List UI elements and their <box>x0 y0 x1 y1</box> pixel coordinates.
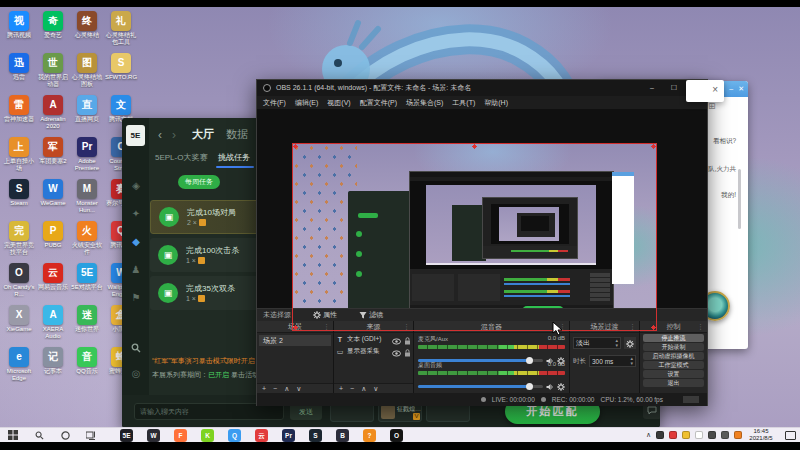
search-icon[interactable] <box>130 342 142 354</box>
close-popup[interactable]: × <box>686 80 724 102</box>
qq-titlebar-icon[interactable]: ✕ <box>738 84 744 94</box>
control-button[interactable]: 开始录制 <box>643 343 704 351</box>
desktop-icon[interactable]: 完 完美世界竞技平台 <box>2 221 36 263</box>
control-button[interactable]: 设置 <box>643 370 704 378</box>
subtab-challenge[interactable]: 挑战任务 <box>218 152 250 163</box>
control-button[interactable]: 退出 <box>643 379 704 387</box>
desktop-icon[interactable]: W WeGame <box>36 179 70 221</box>
taskbar-app[interactable]: K <box>201 429 214 442</box>
close-icon[interactable]: × <box>712 84 718 95</box>
source-row[interactable]: ▭ 显示器采集 <box>336 346 411 357</box>
speaker-icon[interactable] <box>708 431 716 439</box>
desktop-icon[interactable]: S SFWTO.RG <box>104 53 138 95</box>
desktop-icon[interactable]: A XAERA Audio <box>36 305 70 347</box>
desktop-icon[interactable]: e Microsoft Edge <box>2 347 36 389</box>
taskbar-app[interactable]: W <box>147 429 160 442</box>
window-control-button[interactable]: – <box>641 80 663 96</box>
action-center-icon[interactable] <box>785 431 796 440</box>
menu-item[interactable]: 视图(V) <box>327 98 350 108</box>
qq-titlebar-icon[interactable]: – <box>729 84 733 94</box>
sidebar-gem-icon[interactable]: ◆ <box>130 236 142 248</box>
volume-slider[interactable] <box>418 385 543 388</box>
sources-toolbar-button[interactable]: − <box>350 384 354 393</box>
taskbar-app[interactable]: B <box>336 429 349 442</box>
scenes-toolbar-button[interactable]: ∧ <box>284 384 289 393</box>
desktop-icon[interactable]: Pr Adobe Premiere <box>70 137 104 179</box>
message-icon[interactable] <box>695 431 703 439</box>
desktop-icon[interactable]: 直 直播网页 <box>70 95 104 137</box>
desktop-icon[interactable]: 礼 心灵终结礼包工具 <box>104 11 138 53</box>
taskbar-app[interactable]: ? <box>363 429 376 442</box>
desktop-icon[interactable]: A Adrenalin 2020 <box>36 95 70 137</box>
eye-icon[interactable] <box>392 343 401 361</box>
desktop-icon[interactable]: 记 记事本 <box>36 347 70 389</box>
nav-back-button[interactable]: ‹ <box>158 128 162 142</box>
duration-spinner[interactable]: 300 ms ▴▾ <box>589 355 636 367</box>
menu-item[interactable]: 文件(F) <box>263 98 286 108</box>
qq-penguin-icon[interactable] <box>669 431 677 439</box>
crown-icon[interactable] <box>682 431 690 439</box>
obs-titlebar[interactable]: OBS 26.1.1 (64-bit, windows) - 配置文件: 未命名… <box>257 80 707 96</box>
sources-toolbar-button[interactable]: ∧ <box>361 384 366 393</box>
desktop-icon[interactable]: 雷 雷神加速器 <box>2 95 36 137</box>
desktop-icon[interactable]: 世 我的世界启动器 <box>36 53 70 95</box>
scenes-toolbar-button[interactable]: − <box>273 384 277 393</box>
control-button[interactable]: 停止推流 <box>643 334 704 342</box>
scenes-toolbar-button[interactable]: ∨ <box>296 384 301 393</box>
sources-toolbar-button[interactable]: ∨ <box>373 384 378 393</box>
search-button[interactable] <box>26 428 52 443</box>
desktop-icon[interactable]: 视 腾讯视频 <box>2 11 36 53</box>
desktop-icon[interactable]: 奇 爱奇艺 <box>36 11 70 53</box>
desktop-icon[interactable]: 音 QQ音乐 <box>70 347 104 389</box>
sidebar-flag-icon[interactable]: ⚑ <box>130 292 142 304</box>
subtab-tournament[interactable]: 5EPL-O大奖赛 <box>155 152 207 163</box>
tray-expand-icon[interactable]: ∧ <box>646 431 651 439</box>
taskbar-app[interactable]: 5E <box>120 429 133 442</box>
taskbar-app[interactable]: O <box>390 429 403 442</box>
nav-forward-button[interactable]: › <box>172 128 176 142</box>
sidebar-star-icon[interactable]: ✦ <box>130 208 142 220</box>
security-icon[interactable] <box>734 431 742 439</box>
desktop-icon[interactable]: 上 上单自操小场 <box>2 137 36 179</box>
tab-data[interactable]: 数据 <box>226 127 248 142</box>
weekly-tasks-button[interactable]: 每周任务 <box>178 175 220 189</box>
menu-item[interactable]: 帮助(H) <box>484 98 508 108</box>
desktop-icon[interactable]: 火 火绒安全软件 <box>70 221 104 263</box>
volume-slider-handle[interactable] <box>526 383 533 390</box>
desktop-icon[interactable]: P PUBG <box>36 221 70 263</box>
menu-item[interactable]: 工具(T) <box>452 98 475 108</box>
cortana-button[interactable] <box>52 428 78 443</box>
control-button[interactable]: 启动虚拟摄像机 <box>643 352 704 360</box>
lock-icon[interactable] <box>404 343 411 361</box>
source-selection-border[interactable] <box>292 143 657 331</box>
sidebar-chess-icon[interactable]: ♟ <box>130 264 142 276</box>
control-button[interactable]: 工作室模式 <box>643 361 704 369</box>
transition-select[interactable]: 淡出 ▴▾ <box>573 337 621 349</box>
taskbar-app[interactable]: Q <box>228 429 241 442</box>
desktop-icon[interactable]: 5E 5E对战平台 <box>70 263 104 305</box>
desktop-icon[interactable]: S Steam <box>2 179 36 221</box>
taskbar-app[interactable]: S <box>309 429 322 442</box>
desktop-icon[interactable]: O Oh Candy's R... <box>2 263 36 305</box>
mic-icon[interactable] <box>656 431 664 439</box>
desktop-icon[interactable]: 迅 迅雷 <box>2 53 36 95</box>
apps-grid-icon[interactable]: ⊞ <box>708 101 718 111</box>
desktop-icon[interactable]: 图 心灵终结地图板 <box>70 53 104 95</box>
menu-item[interactable]: 编辑(E) <box>295 98 318 108</box>
taskbar-app[interactable]: Pr <box>282 429 295 442</box>
qq-scrollbar[interactable] <box>738 169 741 229</box>
window-control-button[interactable]: ☐ <box>663 80 685 96</box>
record-icon[interactable]: ◎ <box>130 368 142 380</box>
desktop-icon[interactable]: 终 心灵终结 <box>70 11 104 53</box>
taskbar-app[interactable]: F <box>174 429 187 442</box>
start-button[interactable] <box>0 428 26 443</box>
desktop-icon[interactable]: X XieGame <box>2 305 36 347</box>
desktop-icon[interactable]: M Monster Hun... <box>70 179 104 221</box>
menu-item[interactable]: 场景集合(S) <box>406 98 443 108</box>
desktop-icon[interactable]: 军 军团要塞2 <box>36 137 70 179</box>
task-view-button[interactable] <box>78 428 104 443</box>
desktop-icon[interactable]: 云 网易云音乐 <box>36 263 70 305</box>
scene-item[interactable]: 场景 2 <box>259 335 331 346</box>
desktop-icon[interactable]: 迷 迷你世界 <box>70 305 104 347</box>
menu-item[interactable]: 配置文件(P) <box>360 98 397 108</box>
